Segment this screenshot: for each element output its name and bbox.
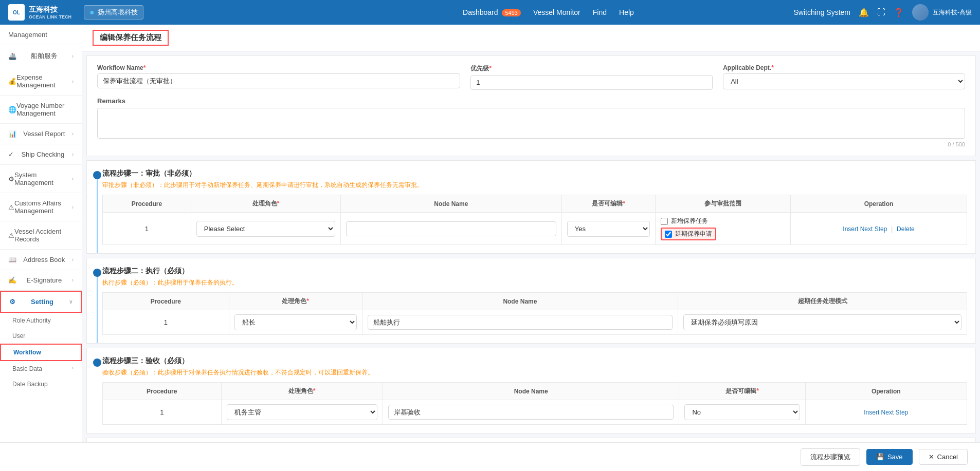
cell-node-name-s3[interactable] [383,400,679,425]
chevron-right-icon: › [72,53,74,59]
form-section: Workflow Name* 优先级* Applicable Dept.* Al [86,55,976,156]
cancel-button[interactable]: ✕ Cancel [919,449,968,465]
priority-input[interactable] [470,75,713,90]
workflow-name-input[interactable] [97,73,460,88]
sidebar-item-voyage[interactable]: 🌐 Voyage Number Management [0,96,82,124]
page-header: 编辑保养任务流程 [82,25,980,51]
sidebar-sub-date-backup[interactable]: Date Backup [0,376,82,392]
node-name-input-step1[interactable] [346,221,556,236]
nav-find[interactable]: Find [593,8,607,16]
role-select-step1[interactable]: Please Select [196,221,335,237]
sidebar-label: Address Book [23,256,65,263]
sidebar-icon: ✓ [8,150,14,158]
sidebar-item-ship-checking[interactable]: ✓ Ship Checking › [0,144,82,165]
sidebar-icon: 🌐 [8,106,16,114]
fullscreen-icon[interactable]: ⛶ [877,8,885,17]
cell-role-s2[interactable]: 船长 [229,310,362,335]
checkbox-new-task: 新增保养任务 [661,217,708,225]
sidebar-label: System Management [14,171,72,186]
sidebar-icon: 📊 [8,130,16,138]
sidebar-label: Ship Checking [21,150,64,158]
chevron-down-icon: ∨ [69,299,72,305]
step-1-title: 流程步骤一：审批（非必须） [102,169,967,178]
switching-system[interactable]: Switching System [794,8,850,16]
sidebar-sub-role-authority[interactable]: Role Authority [0,313,82,328]
sidebar-label: Voyage Number Management [16,102,74,117]
sidebar-item-vessel-report[interactable]: 📊 Vessel Report › [0,124,82,144]
delay-request-checkbox[interactable] [665,231,672,238]
cell-procedure-s3: 1 [103,400,222,425]
nav-center: Dashboard 5493 Vessel Monitor Find Help [463,8,634,16]
chevron-right-icon: › [72,257,74,262]
step-1-row: 1 Please Select Yes No [103,213,967,245]
step-2-table: Procedure 处理角色* Node Name 超期任务处理模式 1 船长 [102,292,967,335]
sidebar-item-customs[interactable]: ⚠ Customs Affairs Management › [0,193,82,221]
sidebar-item-setting[interactable]: ⚙ Setting ∨ [0,291,82,313]
remarks-textarea[interactable] [97,108,965,139]
node-name-input-step3[interactable] [388,405,674,420]
sidebar-item-expense[interactable]: 💰 Expense Management › [0,67,82,96]
cell-operation-step1: Insert Next Step | Delete [791,213,967,245]
step-1-connector [97,179,98,253]
cell-node-name[interactable] [341,213,562,245]
role-select-step3[interactable]: 机务主管 [227,404,377,420]
sidebar-icon: 🚢 [8,52,16,60]
close-icon: ✕ [929,453,934,461]
step-2-desc: 执行步骤（必须）：此步骤用于保养任务的执行。 [102,278,967,287]
insert-next-step-btn-3[interactable]: Insert Next Step [864,409,908,416]
company-selector[interactable]: ● 扬州高垠科技 [84,5,143,20]
sidebar-sub-workflow[interactable]: Workflow [0,344,82,361]
preview-button[interactable]: 流程步骤预览 [801,448,860,466]
approve-scope-cell: 新增保养任务 延期保养申请 [661,217,785,240]
save-button[interactable]: 💾 Save [866,449,913,465]
sidebar: Management 🚢 船舶服务 › 💰 Expense Management… [0,25,82,471]
cell-role[interactable]: Please Select [191,213,340,245]
new-task-checkbox[interactable] [661,218,668,225]
sidebar-label: E-Signature [27,276,62,284]
sidebar-item-system-mgmt[interactable]: ⚙ System Management › [0,165,82,193]
nav-vessel-monitor[interactable]: Vessel Monitor [533,8,580,16]
step-1-dot [93,171,101,179]
node-name-input-step2[interactable] [368,315,673,330]
sidebar-icon: 📖 [8,256,16,263]
cell-editable-s3[interactable]: No Yes [679,400,805,425]
delay-request-label: 延期保养申请 [675,230,712,238]
nav-help[interactable]: Help [619,8,634,16]
chevron-right-icon: › [72,204,74,210]
editable-select-step1[interactable]: Yes No [567,221,650,237]
step-2-wrapper: 流程步骤二：执行（必须） 执行步骤（必须）：此步骤用于保养任务的执行。 Proc… [86,258,976,344]
delete-btn-1[interactable]: Delete [897,225,915,233]
sidebar-icon: ⚙ [8,175,14,183]
cell-procedure: 1 [103,213,191,245]
cell-overdue-s2[interactable]: 延期保养必须填写原因 [678,310,967,335]
cell-editable[interactable]: Yes No [561,213,656,245]
step-3-dot [93,359,101,367]
sidebar-item-management[interactable]: Management [0,25,82,45]
sidebar-item-ship-service[interactable]: 🚢 船舶服务 › [0,45,82,67]
editable-select-step3[interactable]: No Yes [684,404,800,420]
sidebar-item-address-book[interactable]: 📖 Address Book › [0,250,82,270]
sidebar-item-accident[interactable]: ⚠ Vessel Accident Records [0,221,82,250]
insert-next-step-btn-1[interactable]: Insert Next Step [843,225,887,233]
sidebar-item-esignature[interactable]: ✍ E-Signature › [0,270,82,291]
cell-role-s3[interactable]: 机务主管 [221,400,383,425]
cell-node-name-s2[interactable] [362,310,678,335]
sidebar-sub-user[interactable]: User [0,328,82,344]
nav-dashboard[interactable]: Dashboard 5493 [463,8,521,16]
workflow-name-label: Workflow Name* [97,64,460,71]
overdue-select-step2[interactable]: 延期保养必须填写原因 [683,314,961,330]
step-3-title: 流程步骤三：验收（必须） [102,356,967,366]
notification-icon[interactable]: 🔔 [859,8,869,17]
role-select-step2[interactable]: 船长 [234,314,357,330]
sidebar-label: Customs Affairs Management [14,199,72,215]
applicable-dept-select[interactable]: All [723,73,965,89]
chevron-right-icon: › [72,277,74,283]
help-icon[interactable]: ❓ [894,8,904,17]
cell-procedure-s2: 1 [103,310,229,335]
sidebar-sub-basic-data[interactable]: Basic Data › [0,361,82,376]
step-3-desc: 验收步骤（必须）：此步骤用于对保养任务执行情况进行验收，不符合规定时，可以退回重… [102,368,967,377]
workflow-name-group: Workflow Name* [97,64,460,88]
logo: OL 互海科技 OCEAN LINK TECH [8,4,71,21]
step-1-wrapper: 流程步骤一：审批（非必须） 审批步骤（非必须）：此步骤用于对手动新增保养任务、延… [86,160,976,254]
new-task-label: 新增保养任务 [671,217,708,225]
